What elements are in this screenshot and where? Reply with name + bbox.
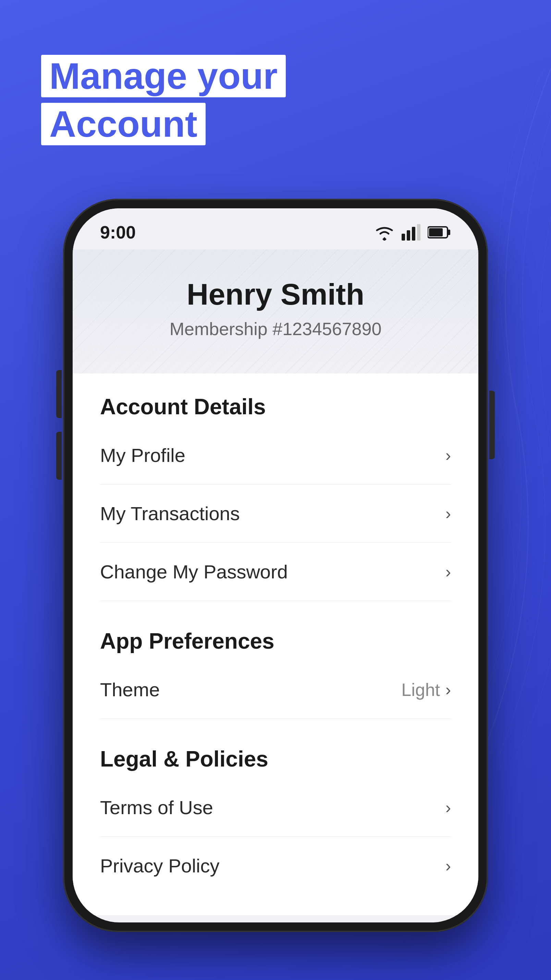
- chevron-right-icon: ›: [446, 446, 451, 465]
- chevron-right-icon: ›: [446, 680, 451, 699]
- svg-rect-6: [429, 228, 443, 236]
- my-transactions-label: My Transactions: [100, 502, 240, 525]
- change-password-label: Change My Password: [100, 561, 288, 583]
- section-header-legal: Legal & Policies: [100, 746, 451, 772]
- phone-outer-shell: 9:00: [63, 199, 488, 932]
- svg-rect-2: [412, 227, 415, 240]
- my-profile-label: My Profile: [100, 444, 185, 466]
- header-text-line1: Manage your: [49, 55, 277, 97]
- chevron-right-icon: ›: [446, 562, 451, 581]
- menu-item-privacy-policy[interactable]: Privacy Policy ›: [100, 837, 451, 895]
- menu-item-theme[interactable]: Theme Light ›: [100, 661, 451, 719]
- my-profile-right: ›: [446, 446, 451, 465]
- wifi-icon: [374, 224, 395, 240]
- menu-item-terms-of-use[interactable]: Terms of Use ›: [100, 778, 451, 837]
- svg-rect-1: [407, 230, 410, 240]
- power-button: [489, 391, 495, 459]
- svg-rect-5: [447, 229, 450, 235]
- privacy-policy-label: Privacy Policy: [100, 854, 220, 877]
- chevron-right-icon: ›: [446, 856, 451, 875]
- my-transactions-right: ›: [446, 504, 451, 523]
- profile-header: Henry Smith Membership #1234567890: [73, 250, 478, 374]
- status-bar: 9:00: [73, 208, 478, 250]
- spacer-1: [100, 601, 451, 615]
- spacer-2: [100, 719, 451, 733]
- theme-label: Theme: [100, 678, 160, 701]
- terms-of-use-label: Terms of Use: [100, 796, 213, 819]
- chevron-right-icon: ›: [446, 504, 451, 523]
- signal-icon: [401, 224, 421, 240]
- volume-down-button: [56, 432, 62, 480]
- menu-item-change-password[interactable]: Change My Password ›: [100, 543, 451, 601]
- change-password-right: ›: [446, 562, 451, 581]
- menu-item-my-transactions[interactable]: My Transactions ›: [100, 485, 451, 543]
- profile-membership: Membership #1234567890: [93, 319, 458, 339]
- menu-item-my-profile[interactable]: My Profile ›: [100, 426, 451, 485]
- header-line-2: Account: [41, 103, 205, 145]
- svg-rect-0: [401, 234, 405, 240]
- page-header: Manage your Account: [41, 55, 286, 151]
- theme-value: Light: [401, 679, 440, 700]
- status-icons: [374, 224, 451, 240]
- header-text-line2: Account: [49, 103, 197, 145]
- content-area: Account Details My Profile › My Transact…: [73, 374, 478, 915]
- terms-of-use-right: ›: [446, 798, 451, 817]
- battery-icon: [428, 225, 451, 240]
- volume-up-button: [56, 370, 62, 418]
- chevron-right-icon: ›: [446, 798, 451, 817]
- section-header-account-details: Account Details: [100, 394, 451, 419]
- phone-mockup: 9:00: [63, 199, 488, 932]
- privacy-policy-right: ›: [446, 856, 451, 875]
- header-line-1: Manage your: [41, 55, 286, 97]
- theme-right: Light ›: [401, 679, 451, 700]
- svg-rect-3: [417, 224, 420, 240]
- phone-screen: 9:00: [73, 208, 478, 923]
- section-header-app-preferences: App Preferences: [100, 628, 451, 654]
- profile-name: Henry Smith: [93, 277, 458, 312]
- status-time: 9:00: [100, 222, 136, 243]
